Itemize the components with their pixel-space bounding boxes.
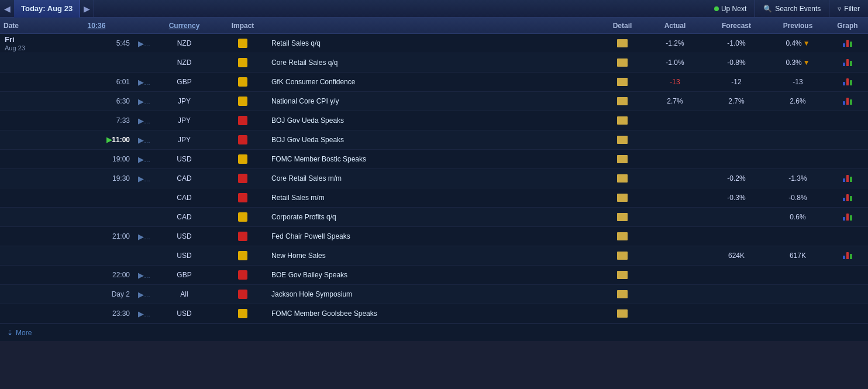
- top-navigation-bar: ◀ Today: Aug 23 ▶ Up Next 🔍 Search Event…: [0, 0, 868, 18]
- cell-detail[interactable]: [599, 97, 646, 106]
- cell-graph[interactable]: [827, 174, 868, 184]
- cell-impact: [216, 116, 269, 125]
- table-row: 22:00▶▶GBPBOE Gov Bailey Speaks: [0, 266, 868, 285]
- cell-sound[interactable]: ▶▶: [135, 232, 152, 241]
- col-impact: Impact: [216, 22, 269, 30]
- cell-detail[interactable]: [599, 116, 646, 125]
- cell-currency: NZD: [152, 58, 216, 67]
- cell-impact: [216, 212, 269, 222]
- filter-button[interactable]: ▿ Filter: [829, 0, 868, 18]
- cell-sound[interactable]: ▶▶: [135, 136, 152, 144]
- cell-detail[interactable]: [599, 213, 646, 222]
- cell-forecast: -0.2%: [704, 174, 769, 183]
- cell-previous: 0.6%: [769, 213, 827, 221]
- cell-actual: -1.0%: [646, 58, 704, 67]
- cell-impact: [216, 135, 269, 144]
- cell-event-name[interactable]: New Home Sales: [269, 252, 599, 260]
- cell-detail[interactable]: [599, 271, 646, 280]
- cell-currency: GBP: [152, 271, 216, 279]
- cell-graph[interactable]: [827, 77, 868, 87]
- cell-sound[interactable]: ▶▶: [135, 174, 152, 183]
- cell-event-name[interactable]: Retail Sales m/m: [269, 194, 599, 202]
- cell-detail[interactable]: [599, 290, 646, 299]
- cell-forecast: -1.0%: [704, 39, 769, 47]
- cell-graph[interactable]: [827, 193, 868, 203]
- cell-detail[interactable]: [599, 309, 646, 318]
- cell-detail[interactable]: [599, 136, 646, 144]
- cell-graph[interactable]: [827, 39, 868, 49]
- cell-currency: USD: [152, 309, 216, 318]
- cell-event-name[interactable]: Jackson Hole Symposium: [269, 290, 599, 298]
- cell-detail[interactable]: [599, 78, 646, 87]
- cell-detail[interactable]: [599, 155, 646, 164]
- cell-detail[interactable]: [599, 194, 646, 202]
- cell-sound[interactable]: ▶▶: [135, 78, 152, 87]
- cell-graph[interactable]: [827, 251, 868, 261]
- cell-event-name[interactable]: Core Retail Sales q/q: [269, 58, 599, 67]
- cell-currency: CAD: [152, 194, 216, 202]
- cell-date: FriAug 23: [0, 35, 58, 52]
- cell-forecast: 2.7%: [704, 97, 769, 105]
- cell-currency: All: [152, 290, 216, 298]
- cell-sound[interactable]: ▶▶: [135, 290, 152, 299]
- cell-impact: [216, 174, 269, 183]
- events-table: FriAug 235:45▶▶NZDRetail Sales q/q -1.2%…: [0, 34, 868, 323]
- download-icon: ⇣: [7, 329, 13, 337]
- cell-event-name[interactable]: GfK Consumer Confidence: [269, 78, 599, 86]
- cell-sound[interactable]: ▶▶: [135, 97, 152, 106]
- cell-detail[interactable]: [599, 39, 646, 48]
- cell-detail[interactable]: [599, 58, 646, 67]
- cell-sound[interactable]: ▶▶: [135, 116, 152, 125]
- cell-time: 6:30: [58, 97, 135, 105]
- cell-time: 22:00: [58, 271, 135, 279]
- cell-graph[interactable]: [827, 212, 868, 222]
- cell-event-name[interactable]: FOMC Member Goolsbee Speaks: [269, 309, 599, 318]
- today-label-text: Today: Aug 23: [21, 4, 73, 13]
- cell-forecast: -12: [704, 78, 769, 86]
- more-button[interactable]: ⇣ More: [0, 323, 868, 341]
- table-row: 19:30▶▶CADCore Retail Sales m/m -0.2%-1.…: [0, 169, 868, 188]
- table-row: 6:01▶▶GBPGfK Consumer Confidence -13-12-…: [0, 73, 868, 92]
- cell-detail[interactable]: [599, 174, 646, 183]
- cell-event-name[interactable]: BOJ Gov Ueda Speaks: [269, 136, 599, 144]
- search-events-button[interactable]: 🔍 Search Events: [755, 0, 829, 18]
- table-row: 7:33▶▶JPYBOJ Gov Ueda Speaks: [0, 111, 868, 130]
- col-detail: Detail: [599, 22, 646, 30]
- cell-event-name[interactable]: Fed Chair Powell Speaks: [269, 232, 599, 240]
- cell-event-name[interactable]: Corporate Profits q/q: [269, 213, 599, 221]
- search-events-label: Search Events: [775, 5, 821, 13]
- table-row: 21:00▶▶USDFed Chair Powell Speaks: [0, 227, 868, 246]
- cell-event-name[interactable]: Core Retail Sales m/m: [269, 174, 599, 183]
- col-graph: Graph: [827, 22, 868, 30]
- table-row: 6:30▶▶JPYNational Core CPI y/y 2.7%2.7%2…: [0, 92, 868, 111]
- prev-nav-arrow[interactable]: ◀: [0, 0, 14, 18]
- cell-sound[interactable]: ▶▶: [135, 271, 152, 280]
- today-label[interactable]: Today: Aug 23: [14, 0, 80, 18]
- cell-event-name[interactable]: National Core CPI y/y: [269, 97, 599, 105]
- cell-sound[interactable]: ▶▶: [135, 39, 152, 48]
- cell-detail[interactable]: [599, 232, 646, 241]
- col-time[interactable]: 10:36: [58, 22, 135, 30]
- table-row: USDNew Home Sales 624K617K: [0, 246, 868, 266]
- cell-event-name[interactable]: Retail Sales q/q: [269, 39, 599, 47]
- cell-previous: 0.4%▼: [769, 39, 827, 47]
- cell-event-name[interactable]: BOE Gov Bailey Speaks: [269, 271, 599, 279]
- next-nav-arrow[interactable]: ▶: [80, 0, 94, 18]
- cell-sound[interactable]: ▶▶: [135, 155, 152, 164]
- cell-sound[interactable]: ▶▶: [135, 309, 152, 318]
- cell-impact: [216, 97, 269, 106]
- cell-impact: [216, 290, 269, 299]
- search-icon: 🔍: [763, 5, 772, 13]
- cell-event-name[interactable]: FOMC Member Bostic Speaks: [269, 155, 599, 163]
- cell-detail[interactable]: [599, 252, 646, 260]
- cell-graph[interactable]: [827, 97, 868, 106]
- filter-label: Filter: [844, 5, 860, 13]
- cell-currency: NZD: [152, 39, 216, 47]
- up-next-button[interactable]: Up Next: [706, 0, 755, 18]
- cell-previous: -0.8%: [769, 194, 827, 202]
- col-currency[interactable]: Currency: [152, 22, 216, 30]
- cell-event-name[interactable]: BOJ Gov Ueda Speaks: [269, 116, 599, 125]
- cell-graph[interactable]: [827, 58, 868, 68]
- up-next-dot: [714, 6, 719, 11]
- cell-impact: [216, 77, 269, 87]
